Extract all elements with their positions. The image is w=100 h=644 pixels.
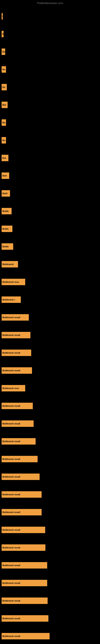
result-bar: Bott: [1, 172, 9, 179]
result-bar: Bottleneck result: [1, 509, 42, 516]
bar-row: Bott: [1, 167, 100, 184]
result-bar: Bottleneck result: [1, 438, 36, 444]
result-bar: Bottleneck result: [1, 633, 50, 639]
bar-row: Bottleneck result: [1, 308, 100, 326]
result-bar: Bottleneck result: [1, 491, 42, 498]
bar-row: Bo: [1, 60, 100, 78]
result-bar: Bottle: [1, 208, 12, 214]
result-bar: Bottleneck result: [1, 580, 47, 586]
bar-row: Bottleneck resu: [1, 379, 100, 397]
bar-row: Bottleneck result: [1, 344, 100, 362]
bar-row: Bo: [1, 132, 100, 149]
result-bar: Bo: [1, 84, 7, 90]
result-bar: Bottleneck: [1, 261, 18, 268]
result-bar: Bottleneck result: [1, 562, 47, 568]
bar-row: Bo: [1, 78, 100, 96]
bar-row: Bottle: [1, 220, 100, 238]
bar-row: Bottle: [1, 238, 100, 256]
bar-row: Bottleneck result: [1, 556, 100, 574]
result-bar: Bottleneck resu: [1, 279, 25, 285]
result-bar: Bot: [1, 155, 8, 161]
bar-row: Bottleneck result: [1, 486, 100, 503]
bar-row: Bottleneck r: [1, 291, 100, 308]
result-bar: B: [1, 13, 3, 20]
result-bar: Bottleneck resu: [1, 385, 25, 392]
result-bar: Bottleneck result: [1, 474, 40, 480]
bar-row: Bottleneck result: [1, 610, 100, 627]
bar-row: Bottleneck result: [1, 521, 100, 539]
bars-container: BBBoBoBoBotBoBoBotBottBottlBottleBottleB…: [0, 6, 100, 644]
result-bar: Bottl: [1, 190, 10, 196]
result-bar: Bottleneck result: [1, 615, 49, 622]
result-bar: Bottleneck result: [1, 420, 34, 427]
result-bar: Bottleneck result: [1, 332, 30, 338]
bar-row: Bo: [1, 43, 100, 60]
bar-row: B: [1, 8, 100, 25]
result-bar: Bottleneck result: [1, 598, 48, 604]
result-bar: Bottleneck result: [1, 527, 45, 533]
result-bar: Bottleneck result: [1, 456, 38, 462]
result-bar: Bo: [1, 66, 6, 73]
result-bar: Bottle: [1, 226, 12, 232]
bar-row: Bottleneck result: [1, 432, 100, 450]
bar-row: Bottleneck result: [1, 415, 100, 432]
bar-row: Bottleneck result: [1, 539, 100, 556]
bar-row: Bottleneck result: [1, 503, 100, 521]
bar-row: Bottleneck: [1, 256, 100, 273]
bar-row: Bottl: [1, 184, 100, 202]
bar-row: Bottle: [1, 202, 100, 220]
site-title: TheBottlenecker.com: [0, 0, 100, 6]
bar-row: Bot: [1, 96, 100, 114]
result-bar: Bottleneck result: [1, 403, 33, 409]
bar-row: Bottleneck result: [1, 468, 100, 486]
bar-row: Bo: [1, 114, 100, 132]
bar-row: Bottleneck result: [1, 362, 100, 379]
bar-row: Bottleneck result: [1, 627, 100, 644]
result-bar: Bo: [1, 137, 6, 144]
bar-row: Bottleneck result: [1, 397, 100, 415]
bar-row: Bot: [1, 149, 100, 167]
result-bar: Bot: [1, 102, 8, 108]
bar-row: Bottleneck result: [1, 450, 100, 468]
result-bar: Bottleneck result: [1, 350, 31, 356]
result-bar: Bottleneck result: [1, 544, 46, 551]
result-bar: Bo: [1, 119, 6, 126]
result-bar: B: [1, 31, 3, 37]
bar-row: Bottleneck resu: [1, 273, 100, 291]
result-bar: Bottleneck result: [1, 367, 32, 374]
bar-row: B: [1, 25, 100, 43]
result-bar: Bottleneck result: [1, 314, 29, 320]
result-bar: Bottleneck r: [1, 296, 21, 303]
result-bar: Bo: [1, 48, 5, 55]
bar-row: Bottleneck result: [1, 592, 100, 610]
bar-row: Bottleneck result: [1, 326, 100, 344]
bar-row: Bottleneck result: [1, 574, 100, 592]
result-bar: Bottle: [1, 243, 13, 250]
